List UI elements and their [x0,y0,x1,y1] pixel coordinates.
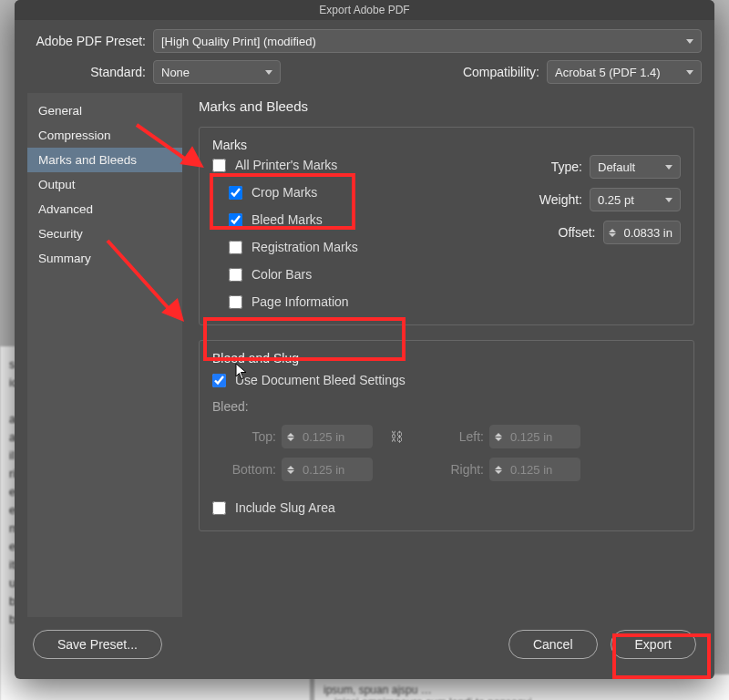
compatibility-select[interactable]: Acrobat 5 (PDF 1.4) [547,60,702,84]
bleed-bottom-label: Bottom: [212,462,276,477]
weight-select[interactable]: 0.25 pt [590,188,681,211]
annotation-highlight-bleed-slug [203,317,406,361]
include-slug-area-label: Include Slug Area [235,500,335,515]
content-heading: Marks and Bleeds [199,98,694,114]
mouse-cursor-icon [235,363,248,381]
color-bars-label: Color Bars [252,267,312,282]
bleed-right-stepper[interactable]: 0.125 in [489,458,580,481]
registration-marks-checkbox[interactable] [229,241,242,254]
sidebar-item-compression[interactable]: Compression [27,123,182,148]
bleed-slug-fieldset: Bleed and Slug Use Document Bleed Settin… [199,340,694,531]
cancel-button[interactable]: Cancel [508,630,598,659]
compatibility-label: Compatibility: [421,65,539,79]
offset-label: Offset: [559,225,596,240]
save-preset-button[interactable]: Save Preset... [33,630,162,659]
annotation-highlight-export [612,633,711,679]
use-document-bleed-label: Use Document Bleed Settings [235,373,406,387]
type-select[interactable]: Default [590,155,681,179]
bleed-right-label: Right: [420,462,484,477]
sidebar-item-output[interactable]: Output [27,172,182,197]
page-information-checkbox[interactable] [229,295,242,309]
bleed-left-label: Left: [420,429,484,444]
type-label: Type: [551,160,582,174]
standard-select[interactable]: None [153,60,281,84]
all-printers-marks-label: All Printer's Marks [235,158,337,172]
preset-label: Adobe PDF Preset: [27,34,146,48]
page-information-label: Page Information [252,294,349,309]
sidebar-item-security[interactable]: Security [27,221,182,246]
use-document-bleed-checkbox[interactable] [212,374,226,387]
annotation-highlight-crop-bleed [210,173,355,230]
include-slug-area-checkbox[interactable] [212,501,226,515]
sidebar-item-advanced[interactable]: Advanced [27,197,182,221]
bleed-top-stepper[interactable]: 0.125 in [282,425,373,448]
bleed-header: Bleed: [212,399,681,414]
all-printers-marks-checkbox[interactable] [212,159,226,172]
bleed-top-label: Top: [212,429,276,444]
preset-select[interactable]: [High Quality Print] (modified) [153,29,702,53]
sidebar: General Compression Marks and Bleeds Out… [27,93,182,617]
bleed-left-stepper[interactable]: 0.125 in [489,425,580,448]
registration-marks-label: Registration Marks [252,240,358,254]
sidebar-item-general[interactable]: General [27,98,182,123]
color-bars-checkbox[interactable] [229,268,242,282]
marks-legend: Marks [210,138,249,152]
link-icon[interactable]: ⛓ [390,429,403,444]
sidebar-item-marks-and-bleeds[interactable]: Marks and Bleeds [27,148,182,172]
sidebar-item-summary[interactable]: Summary [27,246,182,271]
standard-label: Standard: [27,65,146,79]
dialog-title: Export Adobe PDF [15,0,714,20]
weight-label: Weight: [539,192,582,207]
offset-stepper[interactable]: 0.0833 in [603,221,682,244]
bleed-bottom-stepper[interactable]: 0.125 in [282,458,373,481]
